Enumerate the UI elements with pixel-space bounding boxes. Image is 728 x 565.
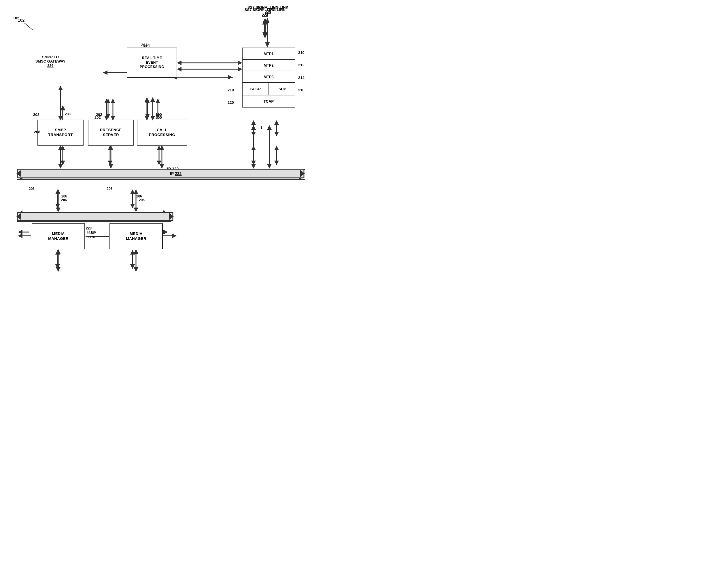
call-processing-box: CALLPROCESSING — [137, 120, 187, 145]
media-manager-1-box: MEDIAMANAGER — [32, 223, 85, 249]
smpp-gateway-ref: 226 — [47, 63, 54, 68]
tcap-box: TCAP — [243, 95, 295, 107]
mtp1-box: MTP1 — [243, 48, 295, 60]
svg-marker-58 — [106, 99, 110, 103]
svg-marker-24 — [108, 160, 112, 165]
svg-marker-118 — [251, 125, 256, 130]
h110-label: 228 — [86, 226, 92, 230]
svg-marker-53 — [145, 114, 150, 118]
svg-marker-35 — [55, 189, 60, 194]
sccp-isup-row: SCCP ISUP — [243, 83, 295, 95]
svg-marker-55 — [156, 99, 160, 103]
sccp-ref: 218 — [228, 88, 234, 92]
svg-line-0 — [24, 23, 33, 30]
architecture-diagram: 102 SS7 SIGNALLING LINK 224 — [0, 0, 364, 282]
mtp2-ref: 212 — [298, 63, 305, 67]
svg-marker-106 — [145, 97, 149, 102]
tcap-ref: 220 — [228, 100, 234, 105]
svg-marker-127 — [134, 189, 138, 194]
svg-marker-3 — [262, 19, 268, 24]
svg-marker-5 — [262, 32, 268, 37]
svg-marker-70 — [163, 230, 168, 234]
svg-marker-85 — [265, 18, 270, 23]
h110-text: H.110 — [87, 230, 96, 234]
ss7-link-ref: 224 — [265, 10, 271, 14]
svg-marker-40 — [130, 204, 135, 208]
svg-text:206: 206 — [61, 194, 67, 198]
media-manager-2-box: MEDIAMANAGER — [109, 223, 163, 249]
svg-marker-9 — [263, 34, 267, 38]
svg-marker-49 — [251, 120, 256, 125]
mtp1-ref: 210 — [298, 50, 305, 55]
svg-marker-103 — [160, 145, 164, 150]
svg-marker-92 — [58, 164, 63, 169]
smpp-gateway-label: SMPP TOSMSC GATEWAY 226 — [27, 55, 73, 68]
svg-marker-50 — [251, 132, 256, 136]
smpp-transport-ref-label: 208 — [33, 112, 39, 117]
svg-text:208: 208 — [65, 112, 71, 116]
svg-marker-100 — [111, 99, 115, 103]
svg-marker-91 — [58, 145, 63, 150]
svg-marker-121 — [267, 125, 272, 130]
svg-marker-130 — [56, 249, 60, 254]
svg-marker-43 — [55, 250, 60, 254]
svg-marker-8 — [263, 18, 267, 22]
media-arrow-ref-1: 206 — [29, 187, 35, 191]
svg-marker-119 — [251, 164, 256, 169]
svg-marker-88 — [58, 86, 63, 90]
svg-marker-65 — [274, 132, 279, 136]
svg-text:206: 206 — [136, 194, 142, 198]
svg-text:206: 206 — [139, 198, 145, 202]
real-time-ref: 204 — [141, 43, 148, 47]
svg-marker-44 — [55, 264, 60, 269]
svg-marker-18 — [103, 70, 107, 75]
svg-marker-26 — [157, 145, 161, 150]
svg-marker-39 — [130, 189, 135, 194]
svg-marker-122 — [267, 164, 272, 169]
svg-marker-136 — [18, 233, 22, 238]
call-processing-ref: 200 — [156, 112, 162, 117]
svg-marker-95 — [109, 164, 113, 169]
smpp-transport-box: SMPPTRANSPORT — [37, 120, 84, 145]
svg-marker-23 — [108, 145, 112, 150]
svg-marker-20 — [60, 145, 65, 150]
svg-marker-113 — [238, 61, 242, 65]
svg-rect-4 — [264, 24, 266, 36]
svg-marker-131 — [56, 267, 60, 272]
svg-marker-30 — [251, 160, 256, 165]
svg-marker-47 — [130, 264, 135, 269]
presence-server-ref: 202 — [96, 112, 102, 117]
svg-marker-15 — [228, 75, 232, 80]
ss7-link-label: SS7 SIGNALLING LINK 224 — [236, 5, 300, 14]
svg-text:206: 206 — [61, 198, 67, 202]
svg-marker-94 — [109, 145, 113, 150]
svg-marker-59 — [106, 114, 110, 118]
svg-marker-86 — [265, 42, 270, 48]
svg-marker-11 — [60, 105, 65, 110]
svg-marker-104 — [160, 164, 164, 169]
mtp3-ref: 214 — [298, 75, 305, 80]
svg-marker-32 — [274, 145, 279, 150]
svg-marker-138 — [172, 233, 177, 238]
svg-marker-33 — [274, 160, 279, 165]
svg-marker-52 — [145, 99, 150, 103]
svg-marker-128 — [134, 207, 138, 212]
svg-marker-125 — [56, 207, 60, 212]
svg-marker-109 — [150, 97, 155, 102]
svg-marker-64 — [274, 120, 279, 125]
svg-marker-61 — [60, 106, 65, 110]
svg-marker-112 — [177, 61, 181, 65]
svg-marker-115 — [177, 67, 181, 71]
svg-marker-97 — [104, 99, 109, 103]
svg-marker-21 — [60, 160, 65, 165]
isup-box: ISUP — [269, 83, 295, 95]
svg-marker-124 — [56, 189, 60, 194]
svg-marker-116 — [238, 67, 242, 71]
svg-marker-29 — [251, 145, 256, 150]
svg-marker-46 — [130, 250, 135, 254]
sccp-box: SCCP — [243, 83, 269, 95]
ref-102: 102 — [13, 16, 19, 20]
svg-marker-68 — [18, 230, 22, 234]
media-arrow-ref-2: 206 — [107, 187, 112, 191]
svg-text:H.110: H.110 — [86, 235, 95, 239]
